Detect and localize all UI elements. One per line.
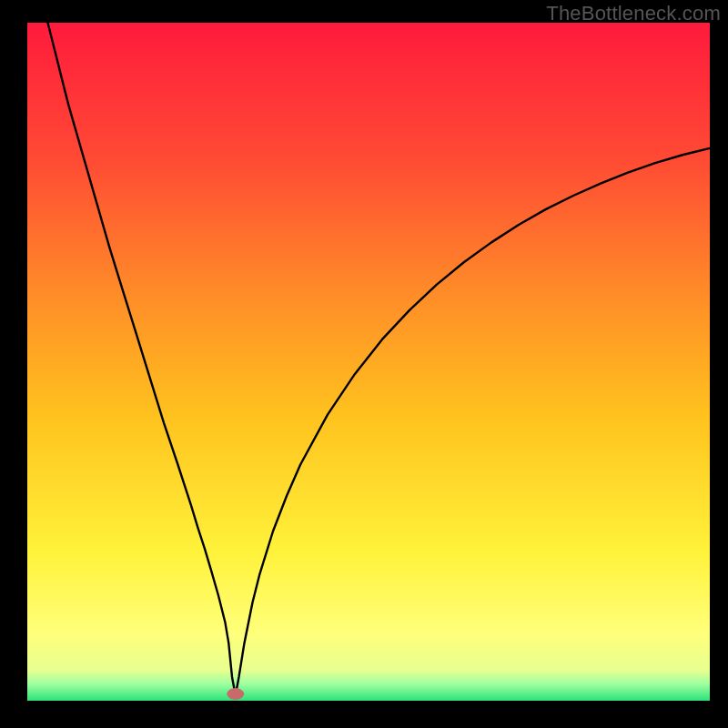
chart-frame: TheBottleneck.com	[0, 0, 728, 728]
bottleneck-curve-chart	[0, 0, 728, 728]
watermark-label: TheBottleneck.com	[546, 2, 721, 25]
